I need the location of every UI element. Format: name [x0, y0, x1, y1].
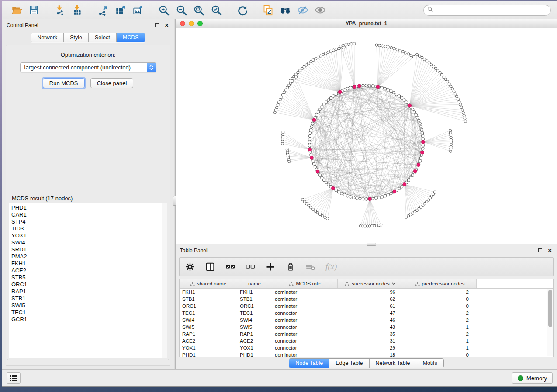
table-cell[interactable]: connector: [272, 309, 338, 316]
table-cell[interactable]: 29: [338, 344, 403, 351]
table-cell[interactable]: dominator: [272, 289, 338, 296]
import-table-icon[interactable]: [71, 3, 84, 17]
tab-motifs[interactable]: Motifs: [416, 359, 443, 368]
table-row[interactable]: FKH1FKH1dominator962: [180, 289, 553, 296]
select-all-icon[interactable]: [225, 261, 235, 272]
table-cell[interactable]: RAP1: [237, 330, 272, 337]
table-cell[interactable]: PHD1: [237, 351, 272, 357]
table-cell[interactable]: dominator: [272, 330, 338, 337]
table-cell[interactable]: TEC1: [237, 309, 272, 316]
table-scrollbar-thumb[interactable]: [548, 290, 552, 327]
table-cell[interactable]: SWI5: [237, 323, 272, 330]
table-cell[interactable]: FKH1: [237, 289, 272, 296]
mcds-result-item[interactable]: YOX1: [11, 232, 167, 239]
table-cell[interactable]: connector: [272, 344, 338, 351]
mcds-result-item[interactable]: GCR1: [11, 316, 167, 323]
table-cell[interactable]: 18: [338, 351, 403, 357]
add-icon[interactable]: [265, 261, 276, 272]
table-cell[interactable]: 47: [338, 309, 403, 316]
mcds-result-item[interactable]: PHD1: [11, 204, 167, 211]
float-table-panel-icon[interactable]: [537, 248, 543, 253]
table-row[interactable]: SWI4SWI4dominator462: [180, 316, 553, 323]
mcds-result-item[interactable]: SRD1: [11, 246, 167, 253]
table-cell[interactable]: ACE2: [180, 337, 237, 344]
table-cell[interactable]: connector: [272, 323, 338, 330]
mcds-result-item[interactable]: ACE2: [11, 267, 167, 274]
delete-icon[interactable]: [285, 261, 296, 272]
table-cell[interactable]: 62: [338, 296, 403, 303]
table-cell[interactable]: SWI5: [180, 323, 237, 330]
mcds-result-item[interactable]: FKH1: [11, 260, 167, 267]
table-cell[interactable]: 46: [338, 316, 403, 323]
table-cell[interactable]: 1: [403, 344, 477, 351]
zoom-selected-icon[interactable]: [210, 3, 223, 17]
close-panel-button[interactable]: Close panel: [90, 78, 134, 88]
table-cell[interactable]: dominator: [272, 296, 338, 303]
float-panel-icon[interactable]: [154, 22, 160, 28]
zoom-out-icon[interactable]: [175, 3, 188, 17]
table-row[interactable]: RAP1RAP1dominator352: [180, 330, 553, 337]
network-canvas[interactable]: [176, 28, 557, 244]
table-cell[interactable]: 2: [403, 316, 477, 323]
table-cell[interactable]: FKH1: [180, 289, 237, 296]
table-cell[interactable]: 1: [403, 337, 477, 344]
column-header-predecessor-nodes[interactable]: predecessor nodes: [403, 279, 477, 288]
table-cell[interactable]: 2: [403, 289, 477, 296]
column-header-shared-name[interactable]: shared name: [180, 279, 237, 288]
tab-edge-table[interactable]: Edge Table: [329, 359, 369, 368]
table-cell[interactable]: dominator: [272, 303, 338, 309]
table-cell[interactable]: RAP1: [180, 330, 237, 337]
table-cell[interactable]: TEC1: [180, 309, 237, 316]
table-cell[interactable]: 43: [338, 323, 403, 330]
table-cell[interactable]: 96: [338, 289, 403, 296]
criterion-select[interactable]: largest connected component (undirected): [20, 62, 156, 72]
table-cell[interactable]: connector: [272, 337, 338, 344]
table-cell[interactable]: 31: [338, 337, 403, 344]
column-header-successor-nodes[interactable]: successor nodes: [338, 279, 403, 288]
search-box[interactable]: [423, 5, 551, 16]
export-network-icon[interactable]: [97, 3, 110, 17]
mcds-result-item[interactable]: STB1: [11, 295, 167, 302]
network-window-titlebar[interactable]: YPA_prune.txt_1: [176, 19, 557, 28]
save-icon[interactable]: [28, 3, 41, 17]
mcds-result-item[interactable]: SWI5: [11, 302, 167, 309]
open-folder-icon[interactable]: [10, 3, 23, 17]
hide-selected-icon[interactable]: [296, 3, 309, 17]
search-input[interactable]: [436, 7, 547, 13]
mcds-list-scrollbar[interactable]: [162, 203, 167, 358]
table-row[interactable]: YOX1YOX1connector291: [180, 344, 553, 351]
table-cell[interactable]: YOX1: [180, 344, 237, 351]
table-cell[interactable]: 1: [403, 323, 477, 330]
table-cell[interactable]: STB1: [180, 296, 237, 303]
zoom-fit-icon[interactable]: [192, 3, 205, 17]
table-cell[interactable]: 0: [403, 296, 477, 303]
table-cell[interactable]: YOX1: [237, 344, 272, 351]
table-cell[interactable]: dominator: [272, 316, 338, 323]
gear-icon[interactable]: [185, 261, 195, 272]
horizontal-splitter-grip[interactable]: [367, 243, 376, 246]
table-row[interactable]: ACE2ACE2connector311: [180, 337, 553, 344]
export-table-icon[interactable]: [114, 3, 127, 17]
first-neighbors-icon[interactable]: [279, 3, 292, 17]
zoom-in-icon[interactable]: [157, 3, 170, 17]
mcds-result-item[interactable]: TEC1: [11, 309, 167, 316]
mcds-result-item[interactable]: STB5: [11, 274, 167, 281]
table-cell[interactable]: PHD1: [180, 351, 237, 357]
clone-network-icon[interactable]: [261, 3, 274, 17]
mcds-result-item[interactable]: CAR1: [11, 211, 167, 218]
task-history-button[interactable]: [7, 372, 21, 384]
split-pane-icon[interactable]: [205, 261, 215, 272]
mcds-result-item[interactable]: PMA2: [11, 253, 167, 260]
memory-button[interactable]: Memory: [512, 372, 553, 384]
table-cell[interactable]: STB1: [237, 296, 272, 303]
tab-network[interactable]: Network: [31, 33, 64, 42]
close-panel-icon[interactable]: ×: [164, 22, 170, 28]
table-cell[interactable]: dominator: [272, 351, 338, 357]
run-mcds-button[interactable]: Run MCDS: [43, 78, 85, 88]
tab-mcds[interactable]: MCDS: [117, 33, 145, 42]
table-row[interactable]: SWI5SWI5connector431: [180, 323, 553, 330]
tab-node-table[interactable]: Node Table: [289, 359, 329, 368]
import-network-icon[interactable]: [53, 3, 66, 17]
mcds-result-list[interactable]: PHD1CAR1STP4TID3YOX1SWI4SRD1PMA2FKH1ACE2…: [9, 203, 167, 358]
show-all-icon[interactable]: [314, 3, 327, 17]
